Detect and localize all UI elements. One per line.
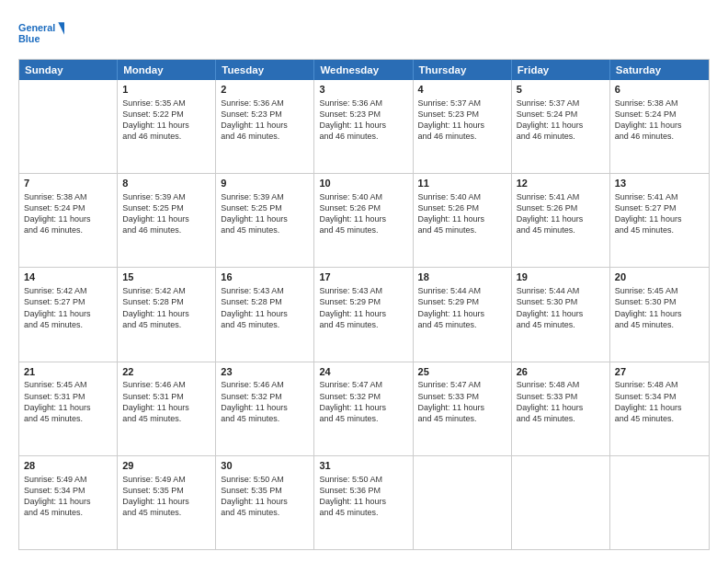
calendar-week-3: 14Sunrise: 5:42 AM Sunset: 5:27 PM Dayli… xyxy=(19,268,709,362)
calendar-day-18: 18Sunrise: 5:44 AM Sunset: 5:29 PM Dayli… xyxy=(414,268,512,361)
day-number: 17 xyxy=(319,270,407,284)
calendar: SundayMondayTuesdayWednesdayThursdayFrid… xyxy=(18,59,710,550)
day-info: Sunrise: 5:47 AM Sunset: 5:33 PM Dayligh… xyxy=(418,379,506,424)
calendar-empty-cell xyxy=(414,456,512,549)
day-info: Sunrise: 5:36 AM Sunset: 5:23 PM Dayligh… xyxy=(319,98,407,143)
calendar-day-27: 27Sunrise: 5:48 AM Sunset: 5:34 PM Dayli… xyxy=(610,362,709,455)
day-info: Sunrise: 5:39 AM Sunset: 5:25 PM Dayligh… xyxy=(122,191,210,236)
calendar-day-10: 10Sunrise: 5:40 AM Sunset: 5:26 PM Dayli… xyxy=(314,174,413,267)
day-number: 13 xyxy=(615,177,704,190)
calendar-day-31: 31Sunrise: 5:50 AM Sunset: 5:36 PM Dayli… xyxy=(314,456,413,549)
day-number: 28 xyxy=(24,459,112,473)
calendar-empty-cell xyxy=(512,456,610,549)
day-info: Sunrise: 5:48 AM Sunset: 5:34 PM Dayligh… xyxy=(615,379,704,424)
calendar-page: General Blue SundayMondayTuesdayWednesda… xyxy=(0,0,728,563)
svg-text:General: General xyxy=(18,22,55,33)
day-number: 26 xyxy=(517,365,605,379)
calendar-day-22: 22Sunrise: 5:46 AM Sunset: 5:31 PM Dayli… xyxy=(118,362,216,455)
day-number: 22 xyxy=(122,365,210,379)
day-number: 10 xyxy=(319,177,407,190)
day-info: Sunrise: 5:39 AM Sunset: 5:25 PM Dayligh… xyxy=(221,191,309,236)
day-number: 16 xyxy=(221,270,309,284)
calendar-day-17: 17Sunrise: 5:43 AM Sunset: 5:29 PM Dayli… xyxy=(314,268,413,361)
calendar-day-15: 15Sunrise: 5:42 AM Sunset: 5:28 PM Dayli… xyxy=(118,268,216,361)
day-number: 15 xyxy=(122,270,210,284)
day-info: Sunrise: 5:38 AM Sunset: 5:24 PM Dayligh… xyxy=(24,191,112,236)
day-number: 11 xyxy=(418,177,506,190)
calendar-day-8: 8Sunrise: 5:39 AM Sunset: 5:25 PM Daylig… xyxy=(118,174,216,267)
day-info: Sunrise: 5:35 AM Sunset: 5:22 PM Dayligh… xyxy=(122,98,210,143)
calendar-day-6: 6Sunrise: 5:38 AM Sunset: 5:24 PM Daylig… xyxy=(610,80,709,173)
day-number: 31 xyxy=(319,459,407,473)
day-number: 29 xyxy=(122,459,210,473)
calendar-header: SundayMondayTuesdayWednesdayThursdayFrid… xyxy=(19,60,709,80)
day-info: Sunrise: 5:41 AM Sunset: 5:26 PM Dayligh… xyxy=(517,191,605,236)
calendar-day-30: 30Sunrise: 5:50 AM Sunset: 5:35 PM Dayli… xyxy=(216,456,314,549)
header-day-monday: Monday xyxy=(118,60,216,80)
day-number: 25 xyxy=(418,365,506,379)
header-day-sunday: Sunday xyxy=(19,60,118,80)
day-info: Sunrise: 5:45 AM Sunset: 5:30 PM Dayligh… xyxy=(615,285,704,330)
calendar-day-19: 19Sunrise: 5:44 AM Sunset: 5:30 PM Dayli… xyxy=(512,268,610,361)
day-info: Sunrise: 5:40 AM Sunset: 5:26 PM Dayligh… xyxy=(418,191,506,236)
calendar-day-16: 16Sunrise: 5:43 AM Sunset: 5:28 PM Dayli… xyxy=(216,268,314,361)
day-info: Sunrise: 5:42 AM Sunset: 5:28 PM Dayligh… xyxy=(122,285,210,330)
calendar-day-1: 1Sunrise: 5:35 AM Sunset: 5:22 PM Daylig… xyxy=(118,80,216,173)
day-info: Sunrise: 5:43 AM Sunset: 5:29 PM Dayligh… xyxy=(319,285,407,330)
page-header: General Blue xyxy=(18,17,710,50)
logo-svg: General Blue xyxy=(18,17,64,50)
day-number: 12 xyxy=(517,177,605,190)
calendar-day-25: 25Sunrise: 5:47 AM Sunset: 5:33 PM Dayli… xyxy=(414,362,512,455)
calendar-day-4: 4Sunrise: 5:37 AM Sunset: 5:23 PM Daylig… xyxy=(414,80,512,173)
calendar-week-1: 1Sunrise: 5:35 AM Sunset: 5:22 PM Daylig… xyxy=(19,80,709,174)
calendar-day-13: 13Sunrise: 5:41 AM Sunset: 5:27 PM Dayli… xyxy=(610,174,709,267)
day-number: 19 xyxy=(517,270,605,284)
calendar-day-14: 14Sunrise: 5:42 AM Sunset: 5:27 PM Dayli… xyxy=(19,268,118,361)
calendar-day-26: 26Sunrise: 5:48 AM Sunset: 5:33 PM Dayli… xyxy=(512,362,610,455)
calendar-day-7: 7Sunrise: 5:38 AM Sunset: 5:24 PM Daylig… xyxy=(19,174,118,267)
day-info: Sunrise: 5:41 AM Sunset: 5:27 PM Dayligh… xyxy=(615,191,704,236)
day-number: 5 xyxy=(517,83,605,97)
day-info: Sunrise: 5:38 AM Sunset: 5:24 PM Dayligh… xyxy=(615,98,704,143)
day-info: Sunrise: 5:44 AM Sunset: 5:29 PM Dayligh… xyxy=(418,285,506,330)
day-number: 23 xyxy=(221,365,309,379)
day-number: 6 xyxy=(615,83,704,97)
header-day-thursday: Thursday xyxy=(414,60,512,80)
calendar-day-3: 3Sunrise: 5:36 AM Sunset: 5:23 PM Daylig… xyxy=(314,80,413,173)
day-info: Sunrise: 5:47 AM Sunset: 5:32 PM Dayligh… xyxy=(319,379,407,424)
day-info: Sunrise: 5:37 AM Sunset: 5:23 PM Dayligh… xyxy=(418,98,506,143)
day-info: Sunrise: 5:50 AM Sunset: 5:35 PM Dayligh… xyxy=(221,474,309,519)
header-day-wednesday: Wednesday xyxy=(314,60,413,80)
svg-text:Blue: Blue xyxy=(18,33,40,44)
calendar-empty-cell xyxy=(610,456,709,549)
day-info: Sunrise: 5:43 AM Sunset: 5:28 PM Dayligh… xyxy=(221,285,309,330)
day-info: Sunrise: 5:36 AM Sunset: 5:23 PM Dayligh… xyxy=(221,98,309,143)
day-number: 9 xyxy=(221,177,309,190)
day-info: Sunrise: 5:37 AM Sunset: 5:24 PM Dayligh… xyxy=(517,98,605,143)
day-info: Sunrise: 5:42 AM Sunset: 5:27 PM Dayligh… xyxy=(24,285,112,330)
calendar-day-5: 5Sunrise: 5:37 AM Sunset: 5:24 PM Daylig… xyxy=(512,80,610,173)
day-number: 14 xyxy=(24,270,112,284)
day-number: 2 xyxy=(221,83,309,97)
day-number: 4 xyxy=(418,83,506,97)
logo: General Blue xyxy=(18,17,64,50)
calendar-day-23: 23Sunrise: 5:46 AM Sunset: 5:32 PM Dayli… xyxy=(216,362,314,455)
day-info: Sunrise: 5:46 AM Sunset: 5:32 PM Dayligh… xyxy=(221,379,309,424)
day-number: 27 xyxy=(615,365,704,379)
day-number: 24 xyxy=(319,365,407,379)
header-day-friday: Friday xyxy=(512,60,610,80)
calendar-day-11: 11Sunrise: 5:40 AM Sunset: 5:26 PM Dayli… xyxy=(414,174,512,267)
calendar-week-2: 7Sunrise: 5:38 AM Sunset: 5:24 PM Daylig… xyxy=(19,174,709,268)
calendar-body: 1Sunrise: 5:35 AM Sunset: 5:22 PM Daylig… xyxy=(19,80,709,549)
day-number: 7 xyxy=(24,177,112,190)
day-info: Sunrise: 5:45 AM Sunset: 5:31 PM Dayligh… xyxy=(24,379,112,424)
day-number: 21 xyxy=(24,365,112,379)
day-info: Sunrise: 5:46 AM Sunset: 5:31 PM Dayligh… xyxy=(122,379,210,424)
day-info: Sunrise: 5:40 AM Sunset: 5:26 PM Dayligh… xyxy=(319,191,407,236)
day-number: 20 xyxy=(615,270,704,284)
calendar-day-29: 29Sunrise: 5:49 AM Sunset: 5:35 PM Dayli… xyxy=(118,456,216,549)
calendar-day-2: 2Sunrise: 5:36 AM Sunset: 5:23 PM Daylig… xyxy=(216,80,314,173)
day-info: Sunrise: 5:49 AM Sunset: 5:34 PM Dayligh… xyxy=(24,474,112,519)
day-info: Sunrise: 5:50 AM Sunset: 5:36 PM Dayligh… xyxy=(319,474,407,519)
svg-marker-2 xyxy=(58,22,64,34)
